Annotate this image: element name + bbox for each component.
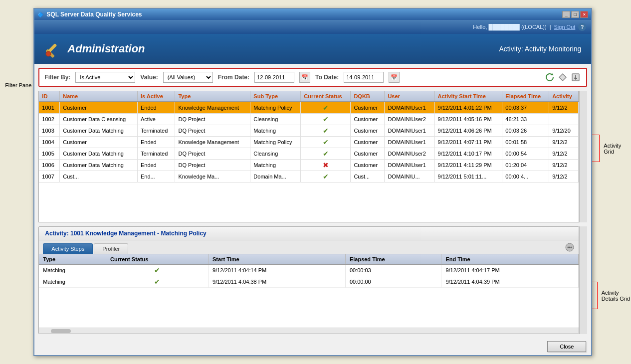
cell-activity: 9/12/2	[549, 148, 579, 160]
details-scrollbar[interactable]	[579, 226, 587, 334]
cell-isactive: Active	[137, 114, 175, 125]
cell-id: 1007	[39, 171, 59, 182]
cell-isactive: Ended	[137, 137, 175, 148]
cell-elapsed: 01:20:04	[502, 160, 549, 171]
admin-title: Administration	[67, 42, 145, 55]
value-label: Value:	[140, 74, 158, 81]
cell-name: Customer	[60, 102, 138, 114]
cell-elapsed: 00:03:37	[502, 102, 549, 114]
help-icon[interactable]: ?	[578, 23, 586, 31]
cell-status: ✔	[301, 102, 351, 114]
filter-pane: Filter By: Is Active Value: (All Values)…	[38, 68, 587, 87]
close-button[interactable]: Close	[547, 341, 586, 352]
svg-rect-1	[48, 43, 57, 52]
status-check-icon: ✔	[323, 104, 329, 112]
cell-type: Knowledge Management	[175, 137, 250, 148]
filter-pane-label: Filter Pane	[5, 82, 31, 88]
cell-subtype: Cleansing	[250, 148, 301, 160]
col-id: ID	[39, 91, 59, 102]
dcol-type: Type	[39, 254, 106, 265]
cell-isactive: Terminated	[137, 148, 175, 160]
cell-elapsed: 46:21:33	[502, 114, 549, 125]
cell-subtype: Domain Ma...	[250, 171, 301, 182]
col-starttime: Activity Start Time	[434, 91, 502, 102]
details-table-row[interactable]: Matching ✔ 9/12/2011 4:04:38 PM 00:00:00…	[39, 276, 579, 288]
cell-user: DOMAIN\User1	[385, 137, 434, 148]
dcell-elapsed: 00:00:00	[345, 276, 441, 288]
col-elapsed: Elapsed Time	[502, 91, 549, 102]
tab-activity-steps[interactable]: Activity Steps	[43, 243, 93, 254]
cell-user: DOMAIN\User2	[385, 114, 434, 125]
cell-type: Knowledge Ma...	[175, 171, 250, 182]
cell-user: DOMAIN\User1	[385, 102, 434, 114]
cell-elapsed: 00:00:54	[502, 148, 549, 160]
value-select[interactable]: (All Values)	[163, 72, 213, 83]
cell-isactive: End...	[137, 171, 175, 182]
to-date-input[interactable]	[344, 72, 384, 83]
cell-id: 1005	[39, 148, 59, 160]
filter-by-select[interactable]: Is Active	[75, 72, 135, 83]
table-row[interactable]: 1004 Customer Ended Knowledge Management…	[39, 137, 579, 148]
cell-dqkb: Customer	[351, 160, 385, 171]
refresh-button[interactable]	[544, 72, 555, 83]
cell-name: Customer Data Matching	[60, 125, 138, 137]
table-row[interactable]: 1001 Customer Ended Knowledge Management…	[39, 102, 579, 114]
dcell-type: Matching	[39, 265, 106, 276]
cell-user: DOMAIN\User1	[385, 125, 434, 137]
details-icon	[565, 242, 575, 252]
dcell-start: 9/12/2011 4:04:14 PM	[209, 265, 346, 276]
table-row[interactable]: 1007 Cust... End... Knowledge Ma... Doma…	[39, 171, 579, 182]
status-check-icon: ✔	[323, 138, 329, 146]
status-check-icon: ✔	[323, 115, 329, 123]
cell-type: DQ Project	[175, 125, 250, 137]
svg-point-2	[46, 51, 51, 56]
bottom-bar: Close	[34, 338, 591, 355]
table-row[interactable]: 1006 Customer Data Matching Ended DQ Pro…	[39, 160, 579, 171]
cell-start: 9/12/2011 5:01:11...	[434, 171, 502, 182]
export-button[interactable]	[570, 72, 581, 83]
cell-dqkb: Customer	[351, 114, 385, 125]
cell-status: ✔	[301, 137, 351, 148]
dcell-elapsed: 00:00:03	[345, 265, 441, 276]
title-bar: 🔷 SQL Server Data Quality Services _ □ ×	[34, 9, 591, 20]
cell-isactive: Ended	[137, 102, 175, 114]
cell-activity: 9/12/2	[549, 137, 579, 148]
cell-name: Customer	[60, 137, 138, 148]
minimize-button[interactable]: _	[562, 11, 570, 18]
table-row[interactable]: 1002 Customer Data Cleansing Active DQ P…	[39, 114, 579, 125]
from-date-input[interactable]	[254, 72, 294, 83]
stop-button[interactable]	[557, 72, 568, 83]
table-row[interactable]: 1005 Customer Data Matching Terminated D…	[39, 148, 579, 160]
maximize-button[interactable]: □	[571, 11, 579, 18]
dcell-type: Matching	[39, 276, 106, 288]
activity-grid: ID Name Is Active Type Sub Type Current …	[38, 91, 579, 222]
from-date-label: From Date:	[218, 74, 249, 81]
table-row[interactable]: 1003 Customer Data Matching Terminated D…	[39, 125, 579, 137]
cell-dqkb: Customer	[351, 148, 385, 160]
col-subtype: Sub Type	[250, 91, 301, 102]
cell-id: 1003	[39, 125, 59, 137]
dcol-end: End Time	[441, 254, 579, 265]
tab-profiler[interactable]: Profiler	[94, 243, 128, 254]
close-window-button[interactable]: ×	[580, 11, 588, 18]
activity-details-section: Activity: 1001 Knowledge Management - Ma…	[38, 226, 579, 334]
status-check-icon: ✔	[323, 173, 329, 181]
activity-grid-scrollbar[interactable]	[579, 91, 587, 222]
to-date-label: To Date:	[315, 74, 339, 81]
activity-details-label: Activity Details Grid	[592, 282, 631, 309]
cell-activity: 9/12/2	[549, 102, 579, 114]
cell-dqkb: Cust...	[351, 171, 385, 182]
sign-out-link[interactable]: Sign Out	[554, 24, 576, 30]
cell-id: 1001	[39, 102, 59, 114]
dcell-status: ✔	[106, 276, 209, 288]
cell-id: 1004	[39, 137, 59, 148]
cell-elapsed: 00:03:26	[502, 125, 549, 137]
from-date-calendar-button[interactable]: 📅	[299, 72, 310, 83]
cell-activity: 9/12/2	[549, 160, 579, 171]
cell-user: DOMAIN\U...	[385, 171, 434, 182]
details-table-row[interactable]: Matching ✔ 9/12/2011 4:04:14 PM 00:00:03…	[39, 265, 579, 276]
cell-subtype: Matching Policy	[250, 137, 301, 148]
svg-point-8	[569, 247, 571, 248]
to-date-calendar-button[interactable]: 📅	[389, 72, 400, 83]
cell-activity: 9/12/20	[549, 125, 579, 137]
